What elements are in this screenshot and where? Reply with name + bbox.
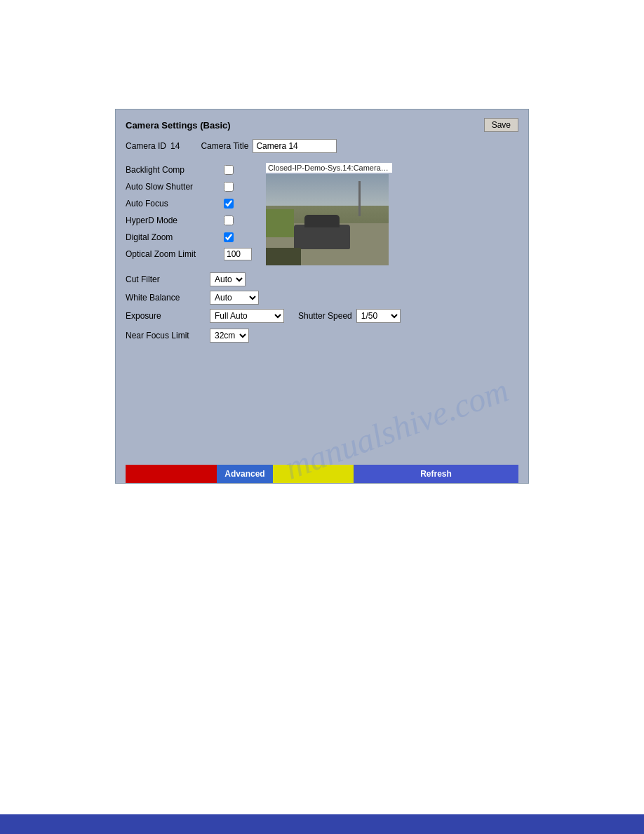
camera-title-label: Camera Title (201, 141, 248, 151)
shutter-speed-select[interactable]: 1/50 1/100 1/250 1/500 1/1000 (356, 309, 401, 323)
page-wrapper: Camera Settings (Basic) Save Camera ID 1… (0, 0, 644, 834)
exposure-label: Exposure (126, 311, 210, 321)
page-footer (0, 814, 644, 834)
digital-zoom-row: Digital Zoom (126, 230, 259, 244)
spacer: manualshive.com (126, 352, 518, 465)
main-content: Backlight Comp Auto Slow Shutter Auto Fo… (126, 163, 518, 265)
preview-car (294, 225, 350, 249)
camera-id-value: 14 (170, 141, 180, 151)
preview-label: Closed-IP-Demo-Sys.14:Camera 14 17-J... (266, 163, 392, 173)
preview-grass (266, 209, 294, 237)
preview-image (266, 174, 389, 265)
digital-zoom-checkbox[interactable] (224, 232, 234, 242)
auto-slow-shutter-row: Auto Slow Shutter (126, 180, 259, 194)
backlight-comp-label: Backlight Comp (126, 165, 224, 175)
white-balance-label: White Balance (126, 293, 210, 303)
camera-preview: Closed-IP-Demo-Sys.14:Camera 14 17-J... (266, 163, 392, 265)
camera-info-row: Camera ID 14 Camera Title (126, 139, 518, 153)
cut-filter-label: Cut Filter (126, 274, 210, 284)
optical-zoom-limit-label: Optical Zoom Limit (126, 249, 224, 259)
hyperd-mode-label: HyperD Mode (126, 216, 224, 225)
cut-filter-row: Cut Filter Auto On Off (126, 272, 518, 286)
preview-sky (266, 174, 389, 206)
preview-foreground (266, 248, 301, 265)
hyperd-mode-row: HyperD Mode (126, 213, 259, 227)
near-focus-label: Near Focus Limit (126, 331, 210, 340)
near-focus-row: Near Focus Limit 32cm 1m 2m 5m (126, 329, 518, 343)
camera-title-input[interactable] (253, 139, 337, 153)
bottom-bar: Advanced Refresh (126, 465, 518, 483)
backlight-comp-checkbox[interactable] (224, 165, 234, 175)
exposure-row: Exposure Full Auto Manual Shutter Priori… (126, 309, 518, 323)
preview-pole (358, 181, 361, 216)
auto-slow-shutter-label: Auto Slow Shutter (126, 182, 224, 192)
panel-header: Camera Settings (Basic) Save (126, 118, 518, 132)
digital-zoom-label: Digital Zoom (126, 232, 224, 242)
camera-settings-panel: Camera Settings (Basic) Save Camera ID 1… (115, 109, 529, 484)
save-button[interactable]: Save (484, 118, 518, 132)
backlight-comp-row: Backlight Comp (126, 163, 259, 177)
auto-slow-shutter-checkbox[interactable] (224, 182, 234, 192)
camera-id-label: Camera ID (126, 141, 166, 151)
shutter-speed-label: Shutter Speed (298, 311, 352, 321)
white-balance-select[interactable]: Auto Indoor Outdoor Manual (210, 291, 259, 305)
bottom-red-section (126, 465, 217, 483)
left-column: Backlight Comp Auto Slow Shutter Auto Fo… (126, 163, 259, 265)
auto-focus-label: Auto Focus (126, 199, 224, 208)
advanced-button[interactable]: Advanced (217, 465, 273, 483)
refresh-button[interactable]: Refresh (354, 465, 518, 483)
near-focus-select[interactable]: 32cm 1m 2m 5m (210, 329, 249, 343)
hyperd-mode-checkbox[interactable] (224, 216, 234, 225)
cut-filter-select[interactable]: Auto On Off (210, 272, 246, 286)
white-balance-row: White Balance Auto Indoor Outdoor Manual (126, 291, 518, 305)
bottom-yellow-section (273, 465, 354, 483)
panel-title: Camera Settings (Basic) (126, 120, 231, 131)
auto-focus-checkbox[interactable] (224, 199, 234, 208)
optical-zoom-limit-input[interactable] (224, 248, 252, 260)
auto-focus-row: Auto Focus (126, 197, 259, 211)
optical-zoom-limit-row: Optical Zoom Limit (126, 247, 259, 261)
exposure-select[interactable]: Full Auto Manual Shutter Priority Iris P… (210, 309, 284, 323)
